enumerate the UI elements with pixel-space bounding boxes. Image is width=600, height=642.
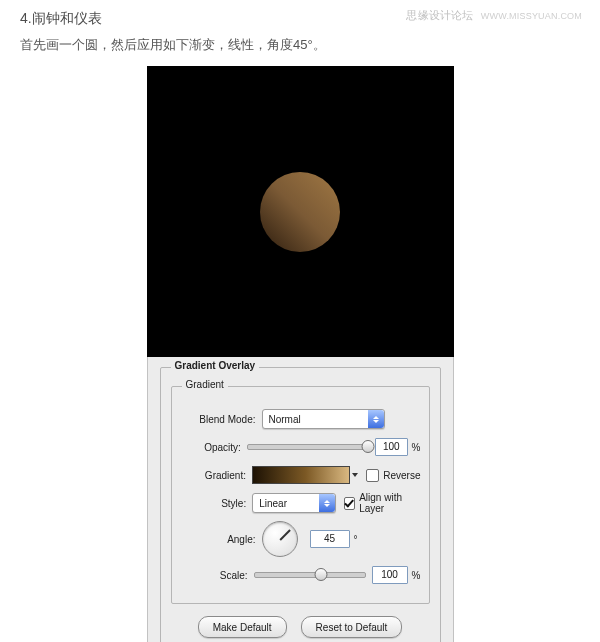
angle-needle — [279, 529, 290, 540]
watermark-site: 思缘设计论坛 — [406, 9, 473, 21]
reset-default-button[interactable]: Reset to Default — [301, 616, 403, 638]
make-default-button[interactable]: Make Default — [198, 616, 287, 638]
opacity-input[interactable]: 100 — [375, 438, 408, 456]
preview-canvas — [147, 66, 454, 357]
style-value: Linear — [259, 498, 287, 509]
updown-icon — [368, 410, 384, 428]
reverse-checkbox-wrap[interactable]: Reverse — [366, 469, 420, 482]
preview-circle — [260, 172, 340, 252]
gradient-overlay-panel: Gradient Overlay Gradient Blend Mode: No… — [147, 357, 454, 642]
label-blend-mode: Blend Mode: — [180, 414, 262, 425]
label-angle: Angle: — [180, 534, 262, 545]
opacity-slider[interactable] — [247, 444, 369, 450]
scale-slider-thumb[interactable] — [314, 568, 327, 581]
angle-input[interactable]: 45 — [310, 530, 350, 548]
reverse-label: Reverse — [383, 470, 420, 481]
opacity-slider-thumb[interactable] — [361, 440, 374, 453]
align-checkbox-wrap[interactable]: Align with Layer — [344, 492, 421, 514]
align-label: Align with Layer — [359, 492, 420, 514]
angle-unit: ° — [354, 534, 358, 545]
style-select[interactable]: Linear — [252, 493, 335, 513]
updown-icon — [319, 494, 335, 512]
scale-input[interactable]: 100 — [372, 566, 408, 584]
legend-gradient-overlay: Gradient Overlay — [171, 360, 260, 371]
align-checkbox[interactable] — [344, 497, 356, 510]
angle-dial[interactable] — [262, 521, 298, 557]
blend-mode-select[interactable]: Normal — [262, 409, 385, 429]
blend-mode-value: Normal — [269, 414, 301, 425]
label-gradient: Gradient: — [180, 470, 253, 481]
opacity-unit: % — [412, 442, 421, 453]
label-style: Style: — [180, 498, 253, 509]
label-scale: Scale: — [180, 570, 254, 581]
step-instruction: 首先画一个圆，然后应用如下渐变，线性，角度45°。 — [20, 34, 580, 56]
gradient-swatch[interactable] — [252, 466, 350, 484]
scale-slider[interactable] — [254, 572, 366, 578]
legend-gradient: Gradient — [182, 379, 228, 390]
gradient-dropdown-icon[interactable] — [352, 473, 358, 477]
site-watermark: 思缘设计论坛 WWW.MISSYUAN.COM — [406, 8, 582, 23]
scale-unit: % — [412, 570, 421, 581]
label-opacity: Opacity: — [180, 442, 247, 453]
figure: Gradient Overlay Gradient Blend Mode: No… — [147, 66, 454, 642]
reverse-checkbox[interactable] — [366, 469, 379, 482]
watermark-url: WWW.MISSYUAN.COM — [481, 11, 582, 21]
